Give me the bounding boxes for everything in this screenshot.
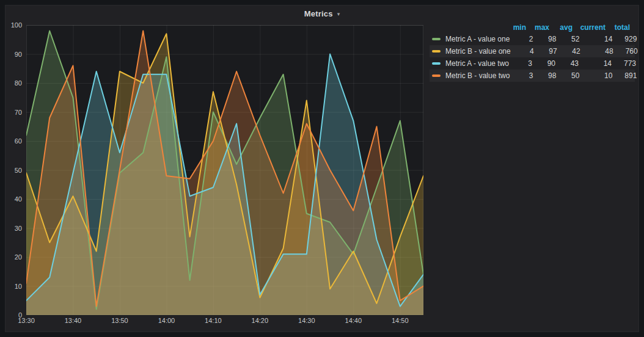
legend-stat-total: 773: [612, 59, 641, 68]
legend-row: Metric A - value two3904314773: [430, 57, 635, 70]
legend-series-name[interactable]: Metric A - value one: [445, 35, 510, 43]
x-tick-label: 13:40: [57, 317, 88, 324]
legend-column-header-current[interactable]: current: [573, 23, 606, 32]
x-tick-label: 14:30: [291, 317, 322, 324]
legend-series-name[interactable]: Metric B - value one: [445, 47, 511, 56]
y-axis-labels: 0102030405060708090100: [5, 25, 24, 315]
legend-stat-total: 891: [612, 71, 642, 80]
legend-stat-avg: 52: [556, 35, 579, 43]
graph-panel: Metrics ▾ 0102030405060708090100 13:3013…: [5, 5, 639, 332]
legend-stat-max: 98: [533, 35, 556, 43]
legend-series-label[interactable]: Metric A - value one: [430, 35, 510, 43]
x-tick-label: 14:20: [244, 317, 275, 324]
legend-stat-min: 3: [509, 59, 532, 68]
y-tick-label: 30: [5, 224, 22, 233]
series-color-swatch-icon[interactable]: [432, 38, 441, 40]
series-color-swatch-icon[interactable]: [432, 50, 441, 53]
legend-series-label[interactable]: Metric B - value two: [430, 71, 510, 80]
legend-table: minmaxavgcurrenttotalMetric A - value on…: [430, 22, 635, 82]
legend-stat-min: 3: [510, 71, 533, 80]
x-tick-label: 14:40: [338, 317, 368, 324]
legend-stat-current: 10: [579, 71, 612, 80]
plot-area[interactable]: [26, 25, 423, 315]
x-tick-label: 14:10: [198, 317, 229, 324]
y-tick-label: 10: [5, 282, 22, 291]
y-tick-label: 60: [5, 137, 22, 145]
chevron-down-icon[interactable]: ▾: [337, 10, 340, 17]
legend-column-header-avg[interactable]: avg: [549, 23, 573, 32]
x-axis-labels: 13:3013:4013:5014:0014:1014:2014:3014:40…: [26, 317, 430, 327]
y-tick-label: 40: [5, 195, 22, 203]
chart-svg: [26, 25, 423, 315]
legend-row: Metric B - value one4974248760: [430, 45, 635, 57]
y-tick-label: 90: [5, 50, 22, 59]
legend-header-row: minmaxavgcurrenttotal: [430, 22, 635, 33]
legend-series-label[interactable]: Metric B - value one: [430, 47, 511, 56]
y-tick-label: 50: [5, 166, 22, 175]
panel-title[interactable]: Metrics: [304, 9, 333, 18]
legend-stat-total: 929: [612, 35, 642, 43]
legend-series-label[interactable]: Metric A - value two: [430, 59, 509, 68]
y-tick-label: 100: [5, 21, 22, 29]
x-tick-label: 13:30: [11, 317, 42, 324]
legend-stat-max: 90: [532, 59, 555, 68]
legend-column-header-min[interactable]: min: [503, 23, 526, 32]
legend-series-name[interactable]: Metric B - value two: [445, 71, 510, 80]
legend-row: Metric B - value two3985010891: [430, 70, 635, 82]
legend-stat-current: 48: [580, 47, 613, 56]
series-color-swatch-icon[interactable]: [432, 74, 441, 77]
x-tick-label: 14:50: [385, 317, 415, 324]
legend-row: Metric A - value one2985214929: [430, 33, 635, 45]
legend-stat-avg: 42: [557, 47, 580, 56]
y-tick-label: 80: [5, 79, 22, 87]
legend-stat-total: 760: [613, 47, 643, 56]
legend-stat-max: 97: [534, 47, 557, 56]
y-tick-label: 20: [5, 253, 22, 261]
legend-column-header-total[interactable]: total: [606, 23, 635, 32]
legend-stat-max: 98: [533, 71, 556, 80]
legend-stat-avg: 50: [556, 71, 579, 80]
legend-stat-min: 2: [510, 35, 533, 43]
panel-header[interactable]: Metrics ▾: [5, 5, 639, 21]
x-tick-label: 13:50: [104, 317, 135, 324]
series-color-swatch-icon[interactable]: [432, 62, 441, 65]
legend-stat-avg: 43: [555, 59, 579, 68]
legend-stat-current: 14: [579, 59, 612, 68]
y-tick-label: 70: [5, 108, 22, 117]
legend-series-name[interactable]: Metric A - value two: [445, 59, 509, 68]
legend-stat-current: 14: [579, 35, 612, 43]
legend-column-header-max[interactable]: max: [526, 23, 549, 32]
x-tick-label: 14:00: [151, 317, 181, 324]
legend-stat-min: 4: [511, 47, 534, 56]
